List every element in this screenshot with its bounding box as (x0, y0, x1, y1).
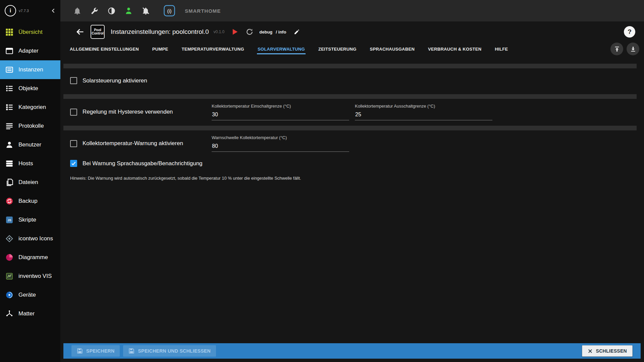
footer-toolbar: SPEICHERN SPEICHERN UND SCHLIESSEN SCHLI… (63, 343, 641, 359)
sidebar-item-protokolle[interactable]: Protokolle (0, 117, 60, 135)
sidebar-item-label: inventwo VIS (18, 273, 52, 280)
sidebar-item-geraete[interactable]: Geräte (0, 286, 60, 304)
warning-threshold-input[interactable] (212, 143, 349, 152)
collector-off-input[interactable] (355, 112, 492, 120)
sidebar-item-matter[interactable]: Matter (0, 304, 60, 323)
tab-temperaturverwaltung[interactable]: TEMPERATURVERWALTUNG (181, 42, 245, 56)
objects-icon (5, 84, 13, 93)
sidebar-collapse-button[interactable] (49, 6, 58, 15)
grid-icon (5, 28, 13, 36)
sidebar-item-benutzer[interactable]: Benutzer (0, 135, 60, 154)
sidebar-item-label: Skripte (18, 217, 36, 223)
sidebar-item-adapter[interactable]: Adapter (0, 42, 60, 60)
warning-enable-checkbox[interactable]: Kollektortemperatur-Warnung aktivieren (70, 140, 183, 147)
smarthome-app-logo: (i) (163, 5, 175, 17)
instance-settings-dialog: Pool Control Instanzeinstellungen: poolc… (60, 21, 644, 362)
config-actions (610, 43, 639, 55)
icontwo-icon (5, 235, 13, 243)
tab-solarverwaltung[interactable]: SOLARVERWALTUNG (257, 42, 306, 56)
sidebar-item-backup[interactable]: Backup (0, 192, 60, 210)
save-icon (77, 348, 83, 354)
matter-icon (5, 310, 13, 318)
tab-allgemeine-einstellungen[interactable]: ALLGEMEINE EINSTELLUNGEN (69, 42, 140, 56)
sidebar-nav: Übersicht Adapter Instanzen Objekte Kate… (0, 21, 60, 362)
hysteresis-row: Regelung mit Hysterese verwenden Kollekt… (60, 104, 644, 120)
warning-notify-row: Bei Warnung Sprachausgabe/Benachrichtigu… (60, 160, 644, 167)
save-button-label: SPEICHERN (86, 348, 114, 354)
dark-mode-icon[interactable] (107, 7, 116, 15)
save-and-close-button[interactable]: SPEICHERN UND SCHLIESSEN (123, 345, 216, 357)
pie-chart-icon (5, 253, 13, 261)
app-root: i v7.7.3 Übersicht Adapter Instanzen Obj (0, 0, 644, 362)
adapter-icon (5, 47, 13, 55)
hysteresis-checkbox[interactable]: Regelung mit Hysterese verwenden (70, 109, 173, 116)
admin-version: v7.7.3 (19, 9, 46, 13)
backup-icon (5, 197, 13, 205)
tab-pumpe[interactable]: PUMPE (152, 42, 169, 56)
sidebar-item-skripte[interactable]: JS Skripte (0, 210, 60, 229)
back-button[interactable] (75, 27, 85, 37)
sidebar-item-uebersicht[interactable]: Übersicht (0, 23, 60, 42)
solar-enable-checkbox[interactable]: Solarsteuerung aktivieren (70, 77, 147, 84)
tab-verbrauch-kosten[interactable]: VERBRAUCH & KOSTEN (427, 42, 482, 56)
edit-loglevel-button[interactable] (292, 27, 301, 36)
sidebar-item-diagramme[interactable]: Diagramme (0, 248, 60, 267)
main-area: (i) SMARTHOME Pool Control Instanzeinste… (60, 0, 644, 362)
sidebar-item-instanzen[interactable]: Instanzen (0, 60, 60, 79)
sidebar-item-dateien[interactable]: Dateien (0, 173, 60, 192)
iobroker-logo-icon: i (5, 5, 16, 16)
sidebar-item-label: Hosts (18, 160, 33, 167)
instances-icon (5, 66, 13, 74)
close-button-label: SCHLIESSEN (596, 348, 627, 354)
sidebar-item-hosts[interactable]: Hosts (0, 154, 60, 173)
help-button[interactable]: ? (624, 26, 635, 38)
collector-on-input[interactable] (212, 112, 349, 120)
sidebar-item-label: Übersicht (18, 29, 43, 36)
collector-off-field: Kollektortemperatur Ausschaltgrenze (°C) (355, 104, 492, 120)
tab-sprachausgaben[interactable]: SPRACHAUSGABEN (369, 42, 416, 56)
save-button[interactable]: SPEICHERN (71, 345, 120, 357)
sidebar-item-inventwo-vis[interactable]: inventwo VIS (0, 267, 60, 286)
presence-icon[interactable] (124, 7, 133, 15)
warning-hint-text: Hinweis: Die Warnung wird automatisch zu… (70, 176, 637, 181)
refresh-button[interactable] (245, 27, 254, 36)
warning-threshold-field: Warnschwelle Kollektortemperatur (°C) (212, 135, 349, 152)
field-label: Kollektortemperatur Einschaltgrenze (°C) (212, 104, 349, 109)
adapter-logo-text: Control (92, 32, 104, 36)
section-divider (63, 64, 637, 68)
play-button[interactable] (230, 27, 239, 36)
vis-icon (5, 272, 13, 280)
tab-zeitsteuerung[interactable]: ZEITSTEUERUNG (318, 42, 357, 56)
upload-config-button[interactable] (610, 43, 623, 55)
tab-content-solarverwaltung: Solarsteuerung aktivieren Regelung mit H… (60, 58, 644, 343)
sidebar-item-label: Benutzer (18, 141, 41, 148)
checkbox-label: Bei Warnung Sprachausgabe/Benachrichtigu… (83, 160, 203, 167)
close-button[interactable]: SCHLIESSEN (582, 345, 633, 357)
user-icon (5, 141, 13, 149)
config-tabs: ALLGEMEINE EINSTELLUNGEN PUMPE TEMPERATU… (60, 40, 644, 58)
checkbox-icon (70, 160, 77, 167)
warning-row: Kollektortemperatur-Warnung aktivieren W… (60, 135, 644, 152)
sidebar-item-label: Protokolle (18, 123, 44, 129)
warning-notify-checkbox[interactable]: Bei Warnung Sprachausgabe/Benachrichtigu… (70, 160, 203, 167)
tab-hilfe[interactable]: HILFE (494, 42, 508, 56)
app-name: SMARTHOME (185, 8, 221, 14)
download-config-button[interactable] (627, 43, 639, 55)
sidebar-item-icontwo-icons[interactable]: icontwo Icons (0, 229, 60, 248)
logs-icon (5, 122, 13, 130)
hosts-icon (5, 160, 13, 168)
sidebar: i v7.7.3 Übersicht Adapter Instanzen Obj (0, 0, 60, 362)
save-icon (128, 348, 135, 354)
js-script-icon: JS (5, 216, 13, 224)
wrench-icon[interactable] (90, 7, 99, 15)
sidebar-item-label: icontwo Icons (18, 235, 53, 242)
instance-version: v0.1.0 (214, 29, 225, 34)
log-level: debug / info (259, 29, 286, 35)
notification-bell-icon[interactable] (73, 7, 82, 15)
notifications-off-icon[interactable] (142, 7, 150, 15)
sidebar-item-label: Dateien (18, 179, 38, 186)
sidebar-item-objekte[interactable]: Objekte (0, 79, 60, 98)
files-icon (5, 178, 13, 186)
sidebar-item-kategorien[interactable]: Kategorien (0, 98, 60, 117)
solar-enable-row: Solarsteuerung aktivieren (60, 77, 644, 84)
